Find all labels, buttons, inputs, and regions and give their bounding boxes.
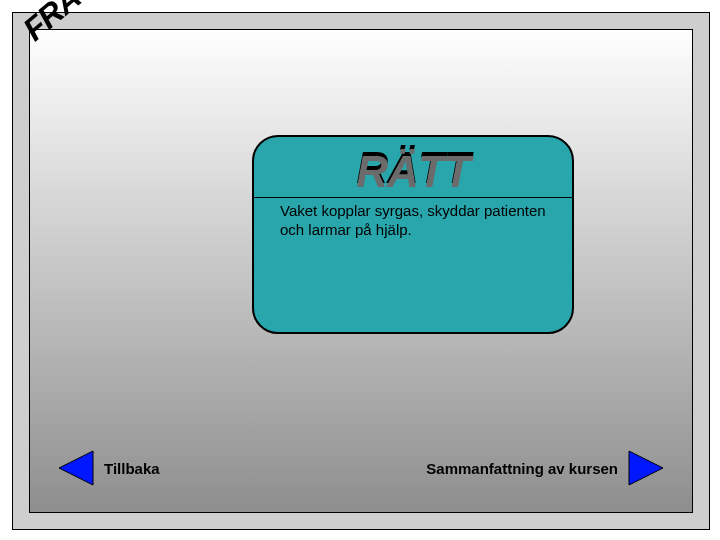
svg-marker-0: [59, 451, 93, 485]
feedback-card: RÄTT RÄTT Vaket kopplar syrgas, skyddar …: [252, 135, 574, 334]
slide-inner-panel: FRÅGA RÄTT RÄTT Vaket kopplar syrgas, sk…: [29, 29, 693, 513]
arrow-left-icon: [58, 450, 94, 486]
back-button[interactable]: Tillbaka: [58, 450, 160, 486]
summary-button[interactable]: Sammanfattning av kursen: [426, 450, 664, 486]
svg-marker-1: [629, 451, 663, 485]
back-button-label: Tillbaka: [104, 460, 160, 477]
summary-button-label: Sammanfattning av kursen: [426, 460, 618, 477]
slide-outer-frame: FRÅGA RÄTT RÄTT Vaket kopplar syrgas, sk…: [12, 12, 710, 530]
arrow-right-icon: [628, 450, 664, 486]
question-label: FRÅGA: [16, 0, 123, 48]
feedback-title-shadow: RÄTT: [254, 147, 572, 197]
feedback-body: Vaket kopplar syrgas, skyddar patienten …: [254, 198, 572, 240]
